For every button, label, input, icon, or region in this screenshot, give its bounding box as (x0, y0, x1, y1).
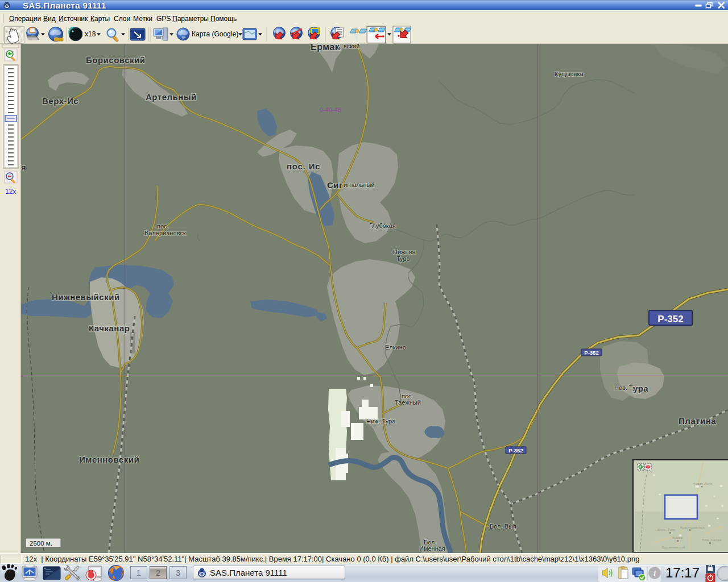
svg-text:x18: x18 (85, 30, 96, 38)
svg-text:Тура: Тура (396, 255, 411, 262)
svg-text:Карта (Google): Карта (Google) (192, 30, 238, 38)
svg-text:Нов. Ту: Нов. Ту (614, 384, 636, 391)
svg-text:Кушва: Кушва (672, 535, 683, 539)
svg-text:2500 м.: 2500 м. (30, 540, 52, 547)
svg-text:Ниж. Салда: Ниж. Салда (702, 538, 722, 542)
svg-text:Новая Ляля: Новая Ляля (693, 481, 712, 485)
svg-text:Баранчинский: Баранчинский (662, 545, 685, 549)
svg-text:Платина: Платина (679, 416, 716, 426)
svg-text:Именновский: Именновский (79, 455, 139, 464)
svg-text:Верх-Ис: Верх-Ис (42, 96, 78, 106)
svg-text:Кутузовка: Кутузовка (555, 70, 584, 77)
svg-text:пос.: пос. (157, 223, 169, 230)
svg-text:я: я (21, 163, 26, 172)
svg-text:Р-352: Р-352 (657, 314, 683, 325)
svg-text:Борисовский: Борисовский (86, 55, 145, 65)
svg-text:пос. Ис: пос. Ис (287, 161, 320, 171)
svg-text:12x: 12x (5, 188, 16, 196)
svg-text:Нижневыйский: Нижневыйский (52, 292, 120, 302)
svg-text:вский: вский (344, 44, 359, 49)
svg-text:Ниж. Тура: Ниж. Тура (366, 418, 396, 425)
svg-text:Ермакι: Ермакι (311, 44, 340, 52)
svg-text:17:17: 17:17 (665, 565, 700, 580)
svg-text:Бол. Выя: Бол. Выя (490, 523, 516, 530)
svg-text:Глубокая: Глубокая (369, 222, 396, 229)
svg-text:Р-352: Р-352 (508, 447, 523, 454)
svg-text:Сиг: Сиг (327, 180, 343, 190)
svg-text:Таежный: Таежный (395, 399, 421, 406)
svg-text:Елкино: Елкино (385, 344, 406, 351)
svg-text:игнальный: игнальный (344, 181, 375, 188)
svg-text:0-40-48: 0-40-48 (320, 106, 341, 113)
svg-text:Красноуральск: Красноуральск (680, 525, 705, 529)
svg-text:Нижняя: Нижняя (393, 248, 415, 255)
svg-text:Качканар: Качканар (89, 323, 130, 333)
svg-text:Верх. Тура: Верх. Тура (657, 527, 675, 531)
svg-text:Р-352: Р-352 (584, 350, 598, 356)
svg-text:Артельный: Артельный (146, 92, 197, 102)
svg-text:Именная: Именная (419, 545, 445, 552)
svg-text:Валериановск: Валериановск (144, 230, 186, 236)
